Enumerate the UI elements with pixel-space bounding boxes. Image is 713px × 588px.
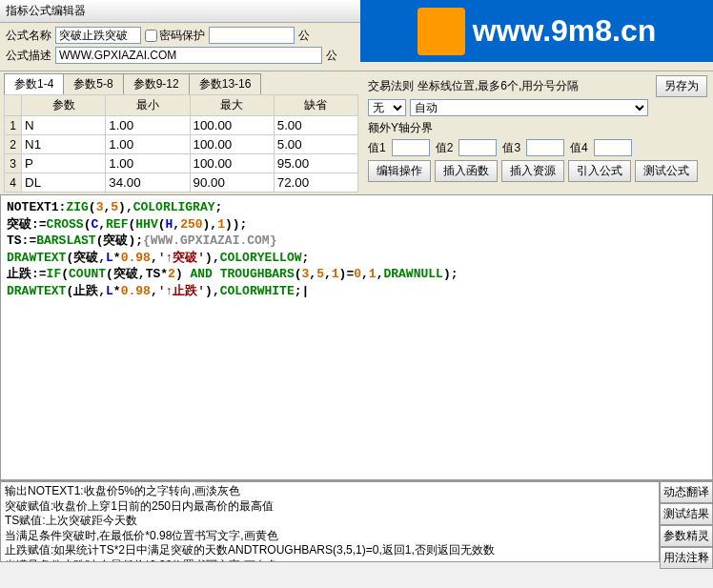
param-max-input[interactable] [191, 154, 274, 172]
param-min-input[interactable] [106, 173, 189, 192]
param-min-input[interactable] [106, 154, 189, 172]
watermark-overlay: www.9m8.cn [360, 0, 713, 62]
col-min: 最小 [106, 95, 190, 116]
desc-input[interactable] [55, 47, 322, 64]
formula-code-editor[interactable]: NOTEXT1:ZIG(3,5),COLORLIGRAY; 突破:=CROSS(… [0, 194, 713, 480]
test-result-button[interactable]: 测试结果 [660, 503, 713, 525]
tab-params-13-16[interactable]: 参数13-16 [189, 73, 262, 94]
explanation-panel: 输出NOTEXT1:收盘价5%的之字转向,画淡灰色 突破赋值:收盘价上穿1日前的… [0, 481, 660, 562]
side-buttons: 动态翻译 测试结果 参数精灵 用法注释 [660, 481, 713, 569]
insert-fn-button[interactable]: 插入函数 [435, 160, 498, 182]
usage-notes-button[interactable]: 用法注释 [660, 547, 713, 569]
param-name-input[interactable] [22, 116, 105, 134]
table-row: 3 [5, 154, 358, 173]
rule-select-1[interactable]: 无 [368, 99, 406, 116]
formula-name-input[interactable] [55, 27, 141, 44]
table-row: 1 [5, 116, 358, 135]
rule-select-2[interactable]: 自动 [410, 99, 648, 116]
name-label: 公式名称 [6, 28, 51, 44]
param-def-input[interactable] [275, 116, 357, 134]
val2-input[interactable] [458, 139, 497, 156]
dynamic-translate-button[interactable]: 动态翻译 [660, 481, 713, 503]
rule-label: 交易法则 [368, 78, 414, 94]
rule-hint: 坐标线位置,最多6个,用分号分隔 [418, 78, 579, 94]
param-name-input[interactable] [22, 173, 105, 192]
param-tabs: 参数1-4 参数5-8 参数9-12 参数13-16 [4, 73, 358, 94]
watermark-logo-icon [418, 8, 465, 55]
insert-res-button[interactable]: 插入资源 [501, 160, 564, 182]
param-name-input[interactable] [22, 135, 105, 153]
param-max-input[interactable] [191, 116, 274, 134]
password-checkbox[interactable] [145, 30, 157, 42]
password-label: 密码保护 [159, 28, 205, 44]
param-max-input[interactable] [191, 173, 274, 192]
col-def: 缺省 [274, 95, 357, 116]
val4-input[interactable] [594, 139, 632, 156]
param-def-input[interactable] [275, 135, 357, 153]
table-row: 4 [5, 173, 358, 193]
param-table: 参数 最小 最大 缺省 1 2 3 4 [4, 94, 358, 193]
gong-label-1: 公 [298, 28, 310, 44]
tab-params-5-8[interactable]: 参数5-8 [63, 73, 123, 94]
param-wizard-button[interactable]: 参数精灵 [660, 525, 713, 547]
param-def-input[interactable] [275, 154, 357, 172]
tab-params-9-12[interactable]: 参数9-12 [123, 73, 190, 94]
ref-formula-button[interactable]: 引入公式 [568, 160, 631, 182]
save-as-button[interactable]: 另存为 [656, 75, 707, 97]
password-input[interactable] [209, 27, 295, 44]
desc-label: 公式描述 [6, 48, 51, 64]
param-def-input[interactable] [275, 173, 357, 192]
col-max: 最大 [190, 95, 274, 116]
val1-input[interactable] [392, 139, 430, 156]
param-min-input[interactable] [106, 135, 189, 153]
watermark-text: www.9m8.cn [473, 13, 657, 49]
gong-label-2: 公 [326, 48, 337, 64]
rule-panel: 交易法则 坐标线位置,最多6个,用分号分隔 另存为 无 自动 额外Y轴分界 值1… [362, 71, 713, 194]
val3-input[interactable] [526, 139, 564, 156]
param-min-input[interactable] [106, 116, 189, 134]
extra-y-label: 额外Y轴分界 [368, 120, 707, 136]
edit-op-button[interactable]: 编辑操作 [368, 160, 431, 182]
col-param: 参数 [22, 95, 106, 116]
param-panel: 参数1-4 参数5-8 参数9-12 参数13-16 参数 最小 最大 缺省 1… [0, 71, 362, 194]
param-max-input[interactable] [191, 135, 274, 153]
tab-params-1-4[interactable]: 参数1-4 [4, 73, 64, 94]
table-row: 2 [5, 135, 358, 154]
test-formula-button[interactable]: 测试公式 [635, 160, 698, 182]
param-name-input[interactable] [22, 154, 105, 172]
